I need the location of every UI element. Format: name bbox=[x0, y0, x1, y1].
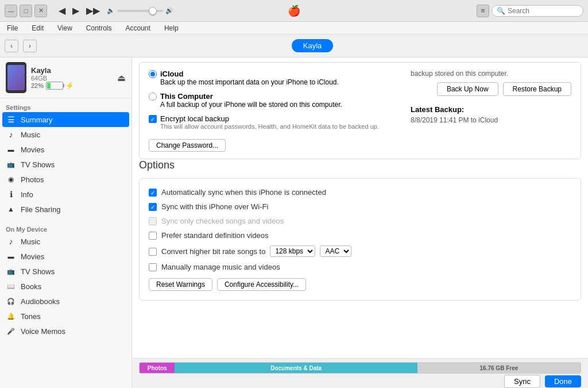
wifi-sync-label: Sync with this iPhone over Wi-Fi bbox=[161, 202, 268, 211]
menu-controls[interactable]: Controls bbox=[84, 23, 114, 33]
on-my-device-title: On My Device bbox=[0, 224, 131, 234]
sync-button[interactable]: Sync bbox=[504, 375, 540, 388]
volume-thumb[interactable] bbox=[149, 7, 157, 15]
menu-account[interactable]: Account bbox=[123, 23, 153, 33]
sidebar-item-device-voice-memos[interactable]: 🎤 Voice Memos bbox=[0, 324, 131, 339]
sidebar-item-movies[interactable]: ▬ Movies bbox=[0, 142, 131, 157]
this-computer-radio[interactable] bbox=[149, 93, 157, 101]
icloud-option[interactable]: iCloud Back up the most important data o… bbox=[149, 70, 401, 86]
device-tones-icon: 🔔 bbox=[6, 311, 16, 321]
nav-bar: ‹ › Kayla bbox=[0, 34, 588, 57]
close-button[interactable]: ✕ bbox=[34, 5, 47, 17]
on-my-device-section: On My Device ♪ Music ▬ Movies 📺 TV Shows… bbox=[0, 220, 131, 342]
menu-file[interactable]: File bbox=[5, 23, 20, 33]
device-audiobooks-icon: 🎧 bbox=[6, 296, 16, 306]
photos-segment: Photos bbox=[140, 363, 175, 373]
menu-edit[interactable]: Edit bbox=[29, 23, 46, 33]
movies-icon: ▬ bbox=[6, 144, 16, 155]
auto-sync-row[interactable]: ✓ Automatically sync when this iPhone is… bbox=[149, 188, 571, 197]
sidebar-label-device-music: Music bbox=[21, 237, 40, 246]
phone-icon bbox=[6, 62, 26, 93]
device-books-icon: 📖 bbox=[6, 281, 16, 291]
transport-controls: ◀ ▶ ▶▶ bbox=[56, 4, 102, 17]
sidebar-label-device-audiobooks: Audiobooks bbox=[21, 297, 60, 306]
list-view-button[interactable]: ≡ bbox=[477, 5, 489, 17]
sidebar-item-device-music[interactable]: ♪ Music bbox=[0, 234, 131, 249]
manual-manage-row[interactable]: Manually manage music and videos bbox=[149, 263, 571, 271]
convert-bitrate-checkbox[interactable] bbox=[149, 248, 157, 256]
restore-backup-button[interactable]: Restore Backup bbox=[503, 82, 571, 96]
wifi-sync-checkbox[interactable]: ✓ bbox=[149, 203, 157, 211]
sidebar-item-device-audiobooks[interactable]: 🎧 Audiobooks bbox=[0, 294, 131, 309]
search-bar[interactable]: 🔍 bbox=[492, 5, 583, 17]
sidebar: Kayla 64GB 22% ⚡ ⏏ Settings ☰ Summary ♪ bbox=[0, 57, 132, 388]
encrypt-row[interactable]: ✓ Encrypt local backup This will allow a… bbox=[149, 114, 401, 130]
next-button[interactable]: ▶▶ bbox=[84, 4, 102, 17]
auto-sync-checkbox[interactable]: ✓ bbox=[149, 189, 157, 197]
latest-backup-title: Latest Backup: bbox=[411, 105, 571, 114]
this-computer-desc: A full backup of your iPhone will be sto… bbox=[160, 101, 342, 109]
content-area: iCloud Back up the most important data o… bbox=[132, 57, 588, 388]
device-name: Kayla bbox=[31, 66, 113, 75]
restore-button[interactable]: □ bbox=[20, 5, 32, 17]
menu-view[interactable]: View bbox=[55, 23, 75, 33]
volume-track[interactable] bbox=[117, 10, 163, 12]
convert-bitrate-row[interactable]: Convert higher bit rate songs to 128 kbp… bbox=[149, 245, 571, 257]
eject-button[interactable]: ⏏ bbox=[117, 72, 126, 83]
back-up-now-button[interactable]: Back Up Now bbox=[437, 82, 498, 96]
sidebar-item-info[interactable]: ℹ Info bbox=[0, 187, 131, 202]
volume-slider[interactable]: 🔈 🔊 bbox=[107, 7, 173, 14]
checked-only-checkbox[interactable] bbox=[149, 217, 157, 225]
encrypt-checkbox[interactable]: ✓ bbox=[149, 115, 157, 123]
sidebar-item-tv-shows[interactable]: 📺 TV Shows bbox=[0, 157, 131, 172]
backup-right: backup stored on this computer. Back Up … bbox=[411, 70, 571, 152]
sidebar-label-info: Info bbox=[21, 190, 33, 199]
icloud-radio[interactable] bbox=[149, 70, 157, 78]
music-icon: ♪ bbox=[6, 129, 16, 140]
bitrate-select[interactable]: 128 kbps bbox=[270, 245, 315, 257]
standard-def-label: Prefer standard definition videos bbox=[161, 231, 268, 240]
search-input[interactable] bbox=[508, 7, 577, 15]
minimize-button[interactable]: — bbox=[5, 5, 17, 17]
settings-section: Settings ☰ Summary ♪ Music ▬ Movies 📺 TV… bbox=[0, 98, 131, 220]
format-select[interactable]: AAC bbox=[320, 245, 351, 257]
sidebar-item-device-tv[interactable]: 📺 TV Shows bbox=[0, 264, 131, 279]
options-panel: ✓ Automatically sync when this iPhone is… bbox=[139, 178, 581, 301]
forward-button[interactable]: › bbox=[23, 40, 37, 52]
volume-low-icon: 🔈 bbox=[107, 7, 115, 14]
backup-partial-text: backup stored on this computer. bbox=[411, 70, 571, 78]
back-button[interactable]: ‹ bbox=[5, 40, 18, 52]
free-segment: 16.76 GB Free bbox=[417, 363, 581, 373]
wifi-sync-row[interactable]: ✓ Sync with this iPhone over Wi-Fi bbox=[149, 202, 571, 211]
sidebar-item-music[interactable]: ♪ Music bbox=[0, 127, 131, 142]
sidebar-item-device-movies[interactable]: ▬ Movies bbox=[0, 249, 131, 264]
change-password-button[interactable]: Change Password... bbox=[149, 139, 226, 152]
sidebar-item-summary[interactable]: ☰ Summary bbox=[2, 112, 129, 127]
charging-icon: ⚡ bbox=[65, 82, 74, 90]
content-scroll[interactable]: iCloud Back up the most important data o… bbox=[132, 57, 588, 358]
checked-only-row[interactable]: Sync only checked songs and videos bbox=[149, 217, 571, 225]
latest-backup: Latest Backup: 8/8/2019 11:41 PM to iClo… bbox=[411, 105, 571, 124]
configure-accessibility-button[interactable]: Configure Accessibility... bbox=[217, 278, 306, 291]
icloud-option-text: iCloud Back up the most important data o… bbox=[160, 70, 339, 86]
reset-warnings-button[interactable]: Reset Warnings bbox=[149, 278, 212, 291]
play-button[interactable]: ▶ bbox=[70, 4, 82, 17]
prev-button[interactable]: ◀ bbox=[56, 4, 68, 17]
standard-def-checkbox[interactable] bbox=[149, 232, 157, 240]
icloud-title: iCloud bbox=[160, 70, 339, 78]
done-button[interactable]: Done bbox=[545, 375, 581, 387]
sidebar-item-file-sharing[interactable]: ▲ File Sharing bbox=[0, 202, 131, 217]
menu-help[interactable]: Help bbox=[162, 23, 181, 33]
standard-def-row[interactable]: Prefer standard definition videos bbox=[149, 231, 571, 240]
sidebar-item-device-tones[interactable]: 🔔 Tones bbox=[0, 309, 131, 324]
sidebar-item-device-books[interactable]: 📖 Books bbox=[0, 279, 131, 294]
sidebar-label-device-books: Books bbox=[21, 282, 41, 291]
battery-bar bbox=[46, 82, 63, 90]
manual-manage-checkbox[interactable] bbox=[149, 263, 157, 271]
this-computer-option[interactable]: This Computer A full backup of your iPho… bbox=[149, 92, 401, 109]
sidebar-item-photos[interactable]: ◉ Photos bbox=[0, 172, 131, 187]
device-tab[interactable]: Kayla bbox=[292, 39, 334, 52]
sidebar-label-device-tv: TV Shows bbox=[21, 267, 55, 276]
manual-manage-label: Manually manage music and videos bbox=[161, 263, 280, 271]
options-buttons-row: Reset Warnings Configure Accessibility..… bbox=[149, 278, 571, 291]
